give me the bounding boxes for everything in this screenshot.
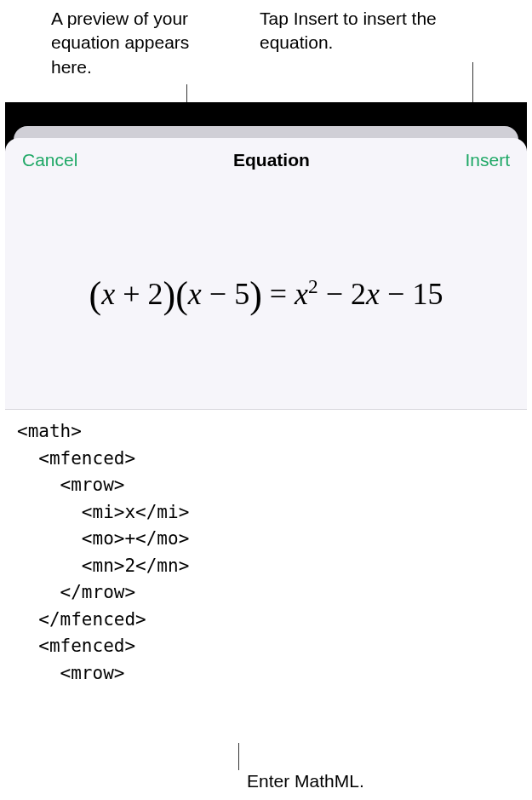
variable: x bbox=[366, 277, 380, 311]
equation-preview-pane: (x + 2)(x − 5) = x2 − 2x − 15 bbox=[5, 179, 527, 409]
number: 2 bbox=[351, 277, 366, 311]
cancel-button[interactable]: Cancel bbox=[22, 150, 77, 170]
variable: x bbox=[188, 277, 202, 311]
right-paren: ) bbox=[163, 274, 176, 316]
code-line: <mfenced> bbox=[17, 636, 135, 656]
code-line: <mn>2</mn> bbox=[17, 555, 189, 576]
number: 15 bbox=[412, 277, 443, 311]
insert-button[interactable]: Insert bbox=[465, 150, 510, 170]
operator: + bbox=[123, 277, 140, 311]
dialog-navbar: Cancel Equation Insert bbox=[5, 138, 527, 179]
dialog-title: Equation bbox=[233, 150, 310, 170]
mathml-input[interactable]: <math> <mfenced> <mrow> <mi>x</mi> <mo>+… bbox=[5, 409, 527, 743]
code-line: </mrow> bbox=[17, 582, 135, 602]
equation-dialog: Cancel Equation Insert (x + 2)(x − 5) = … bbox=[5, 138, 527, 743]
code-line: <mrow> bbox=[17, 663, 124, 683]
callout-insert: Tap Insert to insert the equation. bbox=[260, 7, 489, 55]
code-line: </mfenced> bbox=[17, 609, 146, 630]
operator: − bbox=[326, 277, 343, 311]
operator: − bbox=[387, 277, 404, 311]
code-line: <mfenced> bbox=[17, 448, 135, 469]
code-line: <mrow> bbox=[17, 475, 124, 495]
right-paren: ) bbox=[249, 274, 262, 316]
exponent: 2 bbox=[308, 275, 318, 297]
number: 2 bbox=[148, 277, 163, 311]
left-paren: ( bbox=[175, 274, 188, 316]
variable: x bbox=[295, 277, 308, 311]
code-line: <mo>+</mo> bbox=[17, 528, 189, 549]
callout-preview: A preview of your equation appears here. bbox=[51, 7, 204, 79]
left-paren: ( bbox=[89, 274, 102, 316]
variable: x bbox=[101, 277, 115, 311]
screen-area: Cancel Equation Insert (x + 2)(x − 5) = … bbox=[5, 102, 527, 743]
equation-preview: (x + 2)(x − 5) = x2 − 2x − 15 bbox=[89, 273, 443, 317]
callout-input: Enter MathML. bbox=[247, 769, 417, 793]
code-line: <mi>x</mi> bbox=[17, 502, 189, 522]
operator: − bbox=[209, 277, 226, 311]
code-line: <math> bbox=[17, 421, 82, 441]
equals: = bbox=[270, 277, 287, 311]
number: 5 bbox=[234, 277, 249, 311]
